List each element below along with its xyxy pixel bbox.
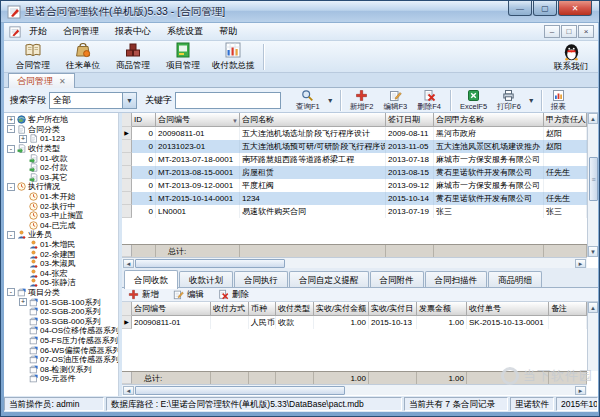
- column-header[interactable]: ID: [132, 113, 156, 127]
- scroll-left-icon[interactable]: ◄: [123, 386, 134, 395]
- scroll-up-icon[interactable]: ▲: [588, 113, 598, 124]
- toolbar-button-partner[interactable]: 往来单位: [58, 42, 108, 72]
- mdi-close-button[interactable]: ×: [578, 25, 594, 38]
- table-row[interactable]: 1MT-2015-10-14-000112342015-10-14黄石里诺软件开…: [122, 192, 598, 205]
- detail-tab-3[interactable]: 合同自定义提醒: [289, 271, 369, 287]
- minimize-button[interactable]: —: [508, 1, 532, 16]
- contract-grid-vscrollbar[interactable]: ▲ ≡ ▼: [587, 113, 598, 257]
- search-field-select[interactable]: 全部 ▼: [49, 92, 137, 109]
- table-row[interactable]: 0MT-2013-07-18-0001南环路慧姐西路等道路桥梁工程2013-07…: [122, 153, 598, 166]
- title-bar[interactable]: 里诺合同管理软件(单机版)5.33 - [合同管理] — ▢ ✕: [1, 1, 599, 23]
- scroll-down-icon[interactable]: ▼: [588, 246, 598, 257]
- scroll-left-icon[interactable]: ◄: [123, 259, 134, 268]
- tree-item[interactable]: 04-已完成: [4, 221, 118, 231]
- query-button[interactable]: 查询F1: [291, 89, 325, 112]
- keyword-input[interactable]: [175, 92, 281, 109]
- collapse-icon[interactable]: -: [7, 183, 15, 191]
- column-header[interactable]: 收付方式: [211, 302, 249, 316]
- tab-contract-management[interactable]: 合同管理 ✕: [8, 73, 75, 88]
- payment-grid-hscrollbar[interactable]: ◄ ►: [122, 384, 587, 395]
- menu-item-help[interactable]: 帮助: [211, 25, 245, 38]
- column-header[interactable]: 合同编号: [132, 302, 211, 316]
- menu-item-reports[interactable]: 报表中心: [107, 25, 159, 38]
- table-row[interactable]: 0MT-2013-08-15-0001房屋租赁2013-08-15黄石里诺软件开…: [122, 166, 598, 179]
- detail-tab-0[interactable]: 合同收款: [124, 270, 178, 289]
- collapse-icon[interactable]: -: [7, 288, 15, 296]
- tree-item[interactable]: 03-其它: [4, 173, 118, 183]
- table-row[interactable]: 0LN0001易速软件购买合同2013-07-19张三张三: [122, 205, 598, 218]
- column-header[interactable]: 实收/实付日: [369, 302, 417, 316]
- dropdown-caret-icon[interactable]: ▼: [327, 97, 334, 104]
- tab-close-icon[interactable]: ✕: [59, 77, 66, 86]
- mdi-minimize-button[interactable]: –: [544, 25, 560, 38]
- detail-delete-button[interactable]: 删除: [218, 289, 249, 301]
- column-header[interactable]: 币种: [249, 302, 276, 316]
- detail-tab-6[interactable]: 商品明细: [488, 271, 542, 287]
- detail-tab-4[interactable]: 合同附件: [370, 271, 424, 287]
- menu-item-start[interactable]: 开始: [21, 25, 55, 38]
- table-row[interactable]: 020131023-01五大连池机场预可研/可研阶段飞行程序设计2013-11-…: [122, 140, 598, 153]
- column-header[interactable]: 备注: [549, 302, 587, 316]
- column-header[interactable]: 合同名称: [240, 113, 386, 127]
- detail-tab-1[interactable]: 收款计划: [179, 271, 233, 287]
- dropdown-caret-icon[interactable]: ▼: [528, 97, 535, 104]
- toolbar-button-contract[interactable]: 合同管理: [8, 42, 58, 72]
- detail-edit-button[interactable]: 编辑: [173, 289, 204, 301]
- vscroll-thumb[interactable]: ≡: [589, 157, 598, 201]
- collapse-icon[interactable]: -: [7, 145, 15, 153]
- detail-tab-5[interactable]: 合同扫描件: [425, 271, 488, 287]
- menu-item-contract[interactable]: 合同管理: [55, 25, 107, 38]
- detail-tab-2[interactable]: 合同执行: [234, 271, 288, 287]
- scroll-up-icon[interactable]: ▲: [588, 302, 598, 313]
- tree-item[interactable]: +客户所在地: [4, 115, 118, 125]
- print-button[interactable]: 打印F6: [492, 89, 526, 112]
- detail-plus-button[interactable]: 新增: [128, 289, 159, 301]
- mdi-restore-button[interactable]: □: [561, 25, 577, 38]
- tree-item[interactable]: 05-张静洁: [4, 278, 118, 288]
- scroll-right-icon[interactable]: ►: [575, 259, 586, 268]
- collapse-icon[interactable]: -: [7, 125, 15, 133]
- tree-item[interactable]: +01-123: [4, 134, 118, 144]
- close-button[interactable]: ✕: [558, 1, 592, 16]
- delete-button[interactable]: 删除F4: [412, 89, 446, 112]
- payment-grid-vscrollbar[interactable]: ▲: [587, 302, 598, 371]
- table-row[interactable]: ▶020090811-01五大连池机场选址阶段飞行程序设计2009-08-11黑…: [122, 127, 598, 140]
- column-header[interactable]: 合同甲方名称: [434, 113, 544, 127]
- payment-icon: [224, 41, 242, 59]
- contract-grid-hscrollbar[interactable]: ◄ ►: [122, 257, 587, 268]
- table-cell: 张三: [544, 205, 587, 218]
- hscroll-thumb[interactable]: [135, 259, 285, 268]
- toolbar-button-goods[interactable]: 商品管理: [108, 42, 158, 72]
- status-brand: 里诺软件: [510, 397, 554, 411]
- contact-us-button[interactable]: 联系我们: [554, 42, 588, 73]
- column-header[interactable]: 甲方责任人: [544, 113, 587, 127]
- hscroll-thumb[interactable]: [135, 386, 345, 395]
- expand-icon[interactable]: +: [19, 298, 27, 306]
- table-cell: 1234: [240, 192, 386, 205]
- expand-icon[interactable]: +: [7, 116, 15, 124]
- add-button[interactable]: 新增F2: [345, 89, 379, 112]
- column-header[interactable]: 签订日期: [386, 113, 434, 127]
- toolbar-button-payment[interactable]: 收付款总揽: [208, 42, 259, 72]
- table-row[interactable]: ▶20090811-01人民币收款1.002015-10-131.00SK-20…: [122, 316, 598, 329]
- excel-button[interactable]: ExcelF5: [455, 89, 492, 111]
- expand-icon[interactable]: +: [19, 135, 27, 143]
- report-button[interactable]: 报表: [546, 89, 571, 112]
- collapse-icon[interactable]: -: [7, 231, 15, 239]
- table-row[interactable]: 0MT-2013-09-12-0001平度杠阀2013-09-12麻城市一方保安…: [122, 179, 598, 192]
- status-operator: 当前操作员: admin: [4, 397, 104, 411]
- column-header[interactable]: 合同编号▼: [156, 113, 240, 127]
- edit-button[interactable]: 编辑F3: [378, 89, 412, 112]
- menu-item-settings[interactable]: 系统设置: [159, 25, 211, 38]
- scroll-right-icon[interactable]: ►: [575, 386, 586, 395]
- column-header[interactable]: 实收/实付金额: [314, 302, 369, 316]
- edit-button-label: 编辑F3: [383, 102, 407, 112]
- tree-item[interactable]: -合同分类: [4, 125, 118, 135]
- column-header[interactable]: 发票金额: [417, 302, 467, 316]
- column-header[interactable]: 收付类型: [276, 302, 314, 316]
- toolbar-button-project[interactable]: 项目管理: [158, 42, 208, 72]
- column-header[interactable]: 收付单号: [467, 302, 549, 316]
- maximize-button[interactable]: ▢: [533, 1, 557, 16]
- tree-item[interactable]: 09-元器件: [4, 374, 118, 384]
- detail-button-label: 删除: [232, 289, 249, 301]
